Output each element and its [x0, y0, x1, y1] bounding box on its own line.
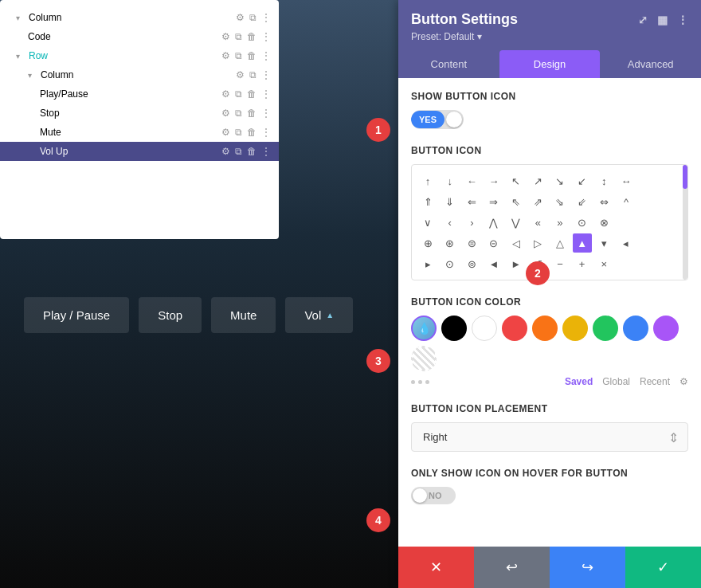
icon-double-left[interactable]: ⇐: [462, 192, 481, 211]
icon-corner-nw[interactable]: ⇖: [507, 192, 526, 211]
color-white[interactable]: [472, 316, 497, 341]
icon-left[interactable]: ←: [462, 171, 481, 190]
tree-item-stop[interactable]: Stop ⚙ ⧉ 🗑 ⋮: [0, 104, 279, 123]
icon-play-r[interactable]: ▷: [528, 233, 547, 253]
preview-btn-mute[interactable]: Mute: [211, 297, 276, 333]
icon-circ-up3[interactable]: ⊙: [441, 254, 460, 273]
icon-play-d-selected[interactable]: ▲: [573, 233, 592, 253]
copy-icon[interactable]: ⧉: [235, 88, 242, 100]
icon-circle-down[interactable]: ⊗: [594, 213, 613, 232]
settings-icon[interactable]: ⚙: [236, 12, 245, 23]
tree-item-playpause[interactable]: Play/Pause ⚙ ⧉ 🗑 ⋮: [0, 84, 279, 104]
settings-icon[interactable]: ⚙: [221, 108, 230, 119]
icon-circ-r[interactable]: ⊛: [441, 233, 460, 253]
color-green[interactable]: [593, 316, 618, 341]
more-icon[interactable]: ⋮: [261, 108, 271, 119]
icon-corner-sw[interactable]: ⇙: [573, 192, 592, 211]
more-icon[interactable]: ⋮: [261, 50, 271, 61]
settings-icon[interactable]: ⚙: [221, 127, 230, 138]
icon-minus[interactable]: −: [550, 254, 570, 273]
icon-left3[interactable]: ◄: [484, 254, 503, 273]
icon-nw[interactable]: ↖: [507, 171, 526, 190]
icon-lt[interactable]: ‹: [441, 213, 460, 232]
icon-plus[interactable]: +: [573, 254, 592, 273]
delete-icon[interactable]: 🗑: [247, 127, 257, 138]
icon-play-u[interactable]: △: [550, 233, 570, 253]
icon-circle-up[interactable]: ⊙: [573, 213, 592, 232]
tab-advanced[interactable]: Advanced: [600, 50, 701, 78]
icon-corner-se[interactable]: ⇘: [550, 192, 570, 211]
delete-icon[interactable]: 🗑: [247, 50, 257, 61]
icon-dbl-lt[interactable]: «: [528, 213, 547, 232]
icon-tri-r[interactable]: ▸: [418, 254, 437, 273]
icon-play-l[interactable]: ◁: [507, 233, 526, 253]
icon-caret[interactable]: ^: [617, 192, 636, 211]
tree-item-column-2[interactable]: ▾ Column ⚙ ⧉ ⋮: [0, 65, 279, 84]
icon-corner-ne[interactable]: ⇗: [528, 192, 547, 211]
more-icon[interactable]: ⋮: [261, 127, 271, 138]
icon-double-down[interactable]: ⇓: [441, 192, 460, 211]
color-black[interactable]: [441, 316, 467, 341]
copy-icon[interactable]: ⧉: [235, 127, 242, 138]
icon-ne[interactable]: ↗: [528, 171, 547, 190]
settings-preset[interactable]: Preset: Default ▾: [411, 28, 688, 50]
icon-circle-x[interactable]: ⊕: [418, 233, 437, 253]
copy-icon[interactable]: ⧉: [235, 31, 242, 42]
settings-icon[interactable]: ⚙: [236, 69, 245, 80]
icon-close[interactable]: ×: [594, 254, 613, 273]
icon-caret-dn[interactable]: ▾: [594, 233, 613, 253]
icon-circ-dn3[interactable]: ⊚: [462, 254, 481, 273]
eyedropper-swatch[interactable]: 💧: [411, 316, 437, 341]
preview-btn-stop[interactable]: Stop: [139, 297, 202, 333]
icon-leftright[interactable]: ↔: [617, 171, 636, 190]
icon-circ-up2[interactable]: ⊜: [462, 233, 481, 253]
tree-item-volup[interactable]: Vol Up ⚙ ⧉ 🗑 ⋮: [0, 142, 279, 161]
color-orange[interactable]: [532, 316, 558, 341]
preview-btn-vol[interactable]: Vol: [285, 297, 353, 333]
expand-icon[interactable]: ⤢: [638, 14, 648, 26]
icon-dbl-gt[interactable]: »: [550, 213, 570, 232]
copy-icon[interactable]: ⧉: [235, 50, 242, 61]
more-menu-icon[interactable]: ⋮: [677, 14, 688, 26]
icon-small-l[interactable]: ◂: [617, 233, 636, 253]
icon-up[interactable]: ↑: [418, 171, 437, 190]
preview-btn-playpause[interactable]: Play / Pause: [24, 297, 129, 333]
color-yellow[interactable]: [562, 316, 588, 341]
undo-button[interactable]: ↩: [474, 547, 550, 588]
icon-dbl-up2[interactable]: ⋀: [484, 213, 503, 232]
settings-icon[interactable]: ⚙: [221, 50, 230, 61]
show-icon-toggle[interactable]: YES: [411, 110, 464, 129]
color-transparent[interactable]: [411, 346, 437, 371]
icon-circ-dn2[interactable]: ⊝: [484, 233, 503, 253]
settings-icon[interactable]: ⚙: [221, 31, 230, 42]
more-icon[interactable]: ⋮: [261, 88, 271, 100]
redo-button[interactable]: ↪: [550, 547, 625, 588]
icon-sw[interactable]: ↙: [573, 171, 592, 190]
color-tab-recent[interactable]: Recent: [640, 376, 670, 387]
color-purple[interactable]: [653, 316, 679, 341]
copy-icon[interactable]: ⧉: [249, 69, 257, 80]
more-icon[interactable]: ⋮: [261, 146, 271, 157]
confirm-button[interactable]: ✓: [625, 547, 701, 588]
more-icon[interactable]: ⋮: [261, 31, 271, 42]
hover-toggle[interactable]: NO: [411, 487, 456, 504]
placement-select[interactable]: Left Right: [411, 422, 688, 452]
cancel-button[interactable]: ✕: [398, 547, 474, 588]
icon-double-right[interactable]: ⇒: [484, 192, 503, 211]
icon-v[interactable]: ∨: [418, 213, 437, 232]
settings-icon[interactable]: ⚙: [221, 88, 230, 100]
icon-scrollbar[interactable]: [683, 165, 687, 280]
more-icon[interactable]: ⋮: [261, 69, 271, 80]
icon-down[interactable]: ↓: [441, 171, 460, 190]
tree-item-column-1[interactable]: ▾ Column ⚙ ⧉ ⋮: [0, 8, 279, 27]
tab-design[interactable]: Design: [499, 50, 601, 78]
delete-icon[interactable]: 🗑: [247, 108, 257, 119]
icon-dbl-down2[interactable]: ⋁: [507, 213, 526, 232]
icon-se[interactable]: ↘: [550, 171, 570, 190]
color-settings-icon[interactable]: ⚙: [679, 376, 688, 387]
tree-item-mute[interactable]: Mute ⚙ ⧉ 🗑 ⋮: [0, 123, 279, 142]
color-tab-global[interactable]: Global: [602, 376, 630, 387]
icon-expand[interactable]: ⇔: [594, 192, 613, 211]
copy-icon[interactable]: ⧉: [249, 12, 257, 23]
color-red[interactable]: [502, 316, 527, 341]
